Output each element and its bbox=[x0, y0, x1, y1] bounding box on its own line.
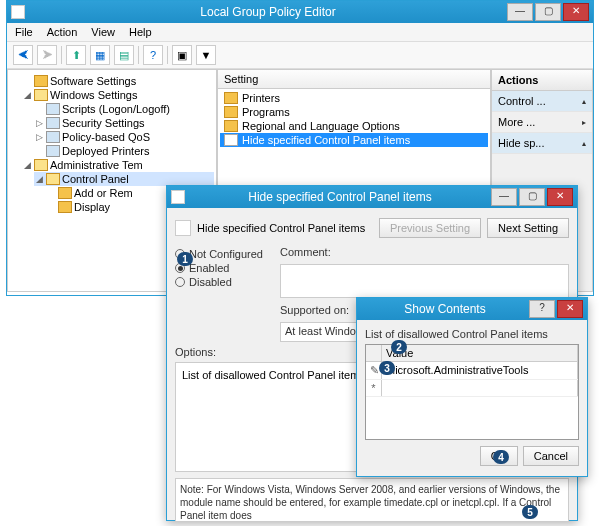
callout-3: 3 bbox=[379, 361, 395, 375]
show-hide-button[interactable]: ▦ bbox=[90, 45, 110, 65]
back-button[interactable]: ⮜ bbox=[13, 45, 33, 65]
previous-setting-button[interactable]: Previous Setting bbox=[379, 218, 481, 238]
policy-icon bbox=[175, 220, 191, 236]
show-contents-dialog: Show Contents ? ✕ List of disallowed Con… bbox=[356, 297, 588, 477]
next-setting-button[interactable]: Next Setting bbox=[487, 218, 569, 238]
menubar: File Action View Help bbox=[7, 23, 593, 42]
export-button[interactable]: ▤ bbox=[114, 45, 134, 65]
callout-5: 5 bbox=[522, 505, 538, 519]
value-grid[interactable]: Value ✎ Microsoft.AdministrativeTools * bbox=[365, 344, 579, 440]
maximize-button[interactable]: ▢ bbox=[535, 3, 561, 21]
hint-box: Note: For Windows Vista, Windows Server … bbox=[175, 478, 569, 522]
tree-item[interactable]: Scripts (Logon/Logoff) bbox=[34, 102, 214, 116]
callout-4: 4 bbox=[493, 450, 509, 464]
dialog-min-button[interactable]: — bbox=[491, 188, 517, 206]
sc-heading: List of disallowed Control Panel items bbox=[365, 328, 579, 340]
show-contents-title: Show Contents bbox=[361, 302, 529, 316]
app-icon bbox=[11, 5, 25, 19]
tree-item[interactable]: ▷Security Settings bbox=[34, 116, 214, 130]
show-contents-titlebar: Show Contents ? ✕ bbox=[357, 298, 587, 320]
dialog-titlebar: Hide specified Control Panel items — ▢ ✕ bbox=[167, 186, 577, 208]
up-button[interactable]: ⬆ bbox=[66, 45, 86, 65]
filter-button[interactable]: ▼ bbox=[196, 45, 216, 65]
help-button[interactable]: ? bbox=[143, 45, 163, 65]
list-header: Setting bbox=[218, 70, 490, 89]
properties-button[interactable]: ▣ bbox=[172, 45, 192, 65]
minimize-button[interactable]: — bbox=[507, 3, 533, 21]
menu-file[interactable]: File bbox=[15, 26, 33, 38]
menu-help[interactable]: Help bbox=[129, 26, 152, 38]
options-line: List of disallowed Control Panel items bbox=[182, 369, 365, 381]
grid-col-value: Value bbox=[382, 345, 578, 361]
policy-subtitle: Hide specified Control Panel items bbox=[197, 222, 365, 234]
sc-cancel-button[interactable]: Cancel bbox=[523, 446, 579, 466]
actions-title: Actions bbox=[492, 70, 592, 91]
tree-item[interactable]: ◢Administrative Tem bbox=[22, 158, 214, 172]
actions-item[interactable]: Control ...▴ bbox=[492, 91, 592, 112]
tree-item[interactable]: ▷Policy-based QoS bbox=[34, 130, 214, 144]
sc-close-button[interactable]: ✕ bbox=[557, 300, 583, 318]
sc-help-button[interactable]: ? bbox=[529, 300, 555, 318]
toolbar: ⮜ ⮞ ⬆ ▦ ▤ ? ▣ ▼ bbox=[7, 42, 593, 69]
supported-label: Supported on: bbox=[280, 304, 349, 316]
titlebar: Local Group Policy Editor — ▢ ✕ bbox=[7, 1, 593, 23]
dialog-max-button[interactable]: ▢ bbox=[519, 188, 545, 206]
dialog-icon bbox=[171, 190, 185, 204]
list-item[interactable]: Printers bbox=[220, 91, 488, 105]
tree-item[interactable]: ◢Control Panel bbox=[34, 172, 214, 186]
actions-item[interactable]: More ...▸ bbox=[492, 112, 592, 133]
window-title: Local Group Policy Editor bbox=[29, 5, 507, 19]
forward-button[interactable]: ⮞ bbox=[37, 45, 57, 65]
comment-field[interactable] bbox=[280, 264, 569, 298]
tree-item[interactable]: Deployed Printers bbox=[34, 144, 214, 158]
tree-item[interactable]: Software Settings bbox=[22, 74, 214, 88]
menu-view[interactable]: View bbox=[91, 26, 115, 38]
value-cell[interactable]: Microsoft.AdministrativeTools bbox=[382, 362, 578, 379]
callout-2: 2 bbox=[391, 340, 407, 354]
close-button[interactable]: ✕ bbox=[563, 3, 589, 21]
callout-1: 1 bbox=[177, 252, 193, 266]
grid-marker-header bbox=[366, 345, 382, 361]
actions-item[interactable]: Hide sp...▴ bbox=[492, 133, 592, 154]
list-item[interactable]: Regional and Language Options bbox=[220, 119, 488, 133]
dialog-close-button[interactable]: ✕ bbox=[547, 188, 573, 206]
comment-label: Comment: bbox=[280, 246, 331, 258]
menu-action[interactable]: Action bbox=[47, 26, 78, 38]
dialog-title: Hide specified Control Panel items bbox=[189, 190, 491, 204]
list-item[interactable]: Hide specified Control Panel items bbox=[220, 133, 488, 147]
radio-disabled[interactable]: Disabled bbox=[175, 276, 270, 288]
tree-item[interactable]: ◢Windows Settings bbox=[22, 88, 214, 102]
list-item[interactable]: Programs bbox=[220, 105, 488, 119]
